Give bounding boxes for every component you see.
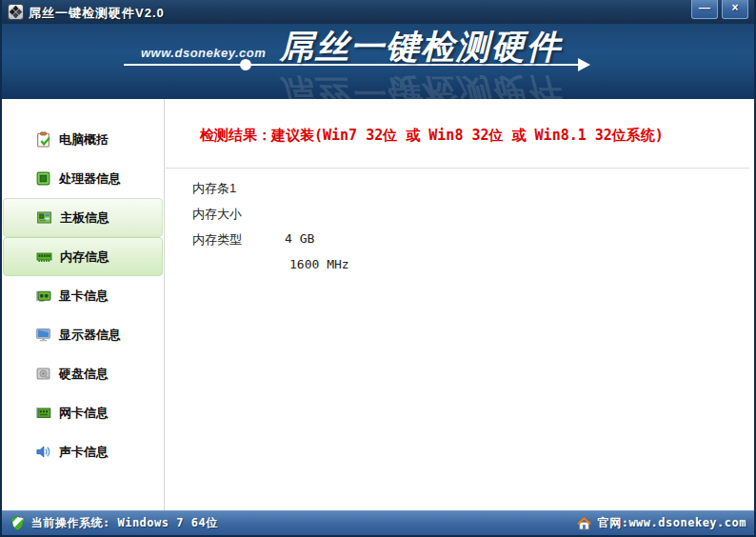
info-row-memory-size: 内存大小 xyxy=(165,206,754,222)
sidebar-item-label: 内存信息 xyxy=(60,249,109,266)
sidebar-item-gpu[interactable]: 显卡信息 xyxy=(3,276,163,315)
sidebar-item-label: 显示器信息 xyxy=(59,327,121,344)
row-label: 内存大小 xyxy=(192,206,242,223)
sidebar-item-sound[interactable]: 声卡信息 xyxy=(3,432,163,471)
status-bar: 当前操作系统: Windows 7 64位 官网:www.dsonekey.co… xyxy=(2,510,754,535)
sidebar-item-label: 显卡信息 xyxy=(59,288,109,305)
banner-dot xyxy=(240,59,251,70)
hdd-icon xyxy=(35,366,51,382)
sidebar-item-memory[interactable]: 内存信息 xyxy=(3,237,163,276)
home-icon xyxy=(576,515,592,531)
motherboard-icon xyxy=(36,209,52,226)
minimize-button[interactable]: — xyxy=(691,0,718,19)
main-panel: 检测结果：建议装(Win7 32位 或 Win8 32位 或 Win8.1 32… xyxy=(165,99,754,510)
sidebar-item-cpu[interactable]: 处理器信息 xyxy=(3,159,163,198)
clipboard-check-icon xyxy=(35,131,51,148)
sidebar-item-hdd[interactable]: 硬盘信息 xyxy=(3,354,163,393)
speaker-icon xyxy=(35,444,51,460)
detection-result: 检测结果：建议装(Win7 32位 或 Win8 32位 或 Win8.1 32… xyxy=(200,127,664,145)
close-button[interactable]: × xyxy=(722,0,748,19)
banner-headline-reflection: 屌丝一键检测硬件 xyxy=(280,69,562,99)
sidebar-item-label: 硬盘信息 xyxy=(59,366,109,383)
content-divider xyxy=(166,168,749,169)
info-row-memory-type: 内存类型 4 GB xyxy=(165,231,754,248)
banner-site-url: www.dsonekey.com xyxy=(141,46,266,60)
row-label: 内存类型 xyxy=(192,231,242,249)
sidebar-item-nic[interactable]: 网卡信息 xyxy=(3,393,163,432)
row-label: 内存条1 xyxy=(192,180,236,197)
title-bar[interactable]: 屌丝一键检测硬件V2.0 — × xyxy=(2,0,754,24)
app-logo-icon xyxy=(8,4,24,20)
sidebar-item-label: 声卡信息 xyxy=(59,444,109,461)
gpu-icon xyxy=(35,288,51,304)
sidebar-item-label: 网卡信息 xyxy=(59,405,109,422)
official-site-label: 官网:www.dsonekey.com xyxy=(598,515,746,531)
official-site-link[interactable]: 官网:www.dsonekey.com xyxy=(576,515,746,531)
ram-icon xyxy=(36,249,52,265)
nic-icon xyxy=(35,405,51,421)
banner-headline: 屌丝一键检测硬件 xyxy=(280,25,562,70)
app-window: 屌丝一键检测硬件V2.0 — × www.dsonekey.com 屌丝一键检测… xyxy=(0,0,756,537)
shield-icon xyxy=(10,515,26,531)
monitor-icon xyxy=(35,327,51,343)
banner-arrowhead-icon xyxy=(578,58,590,71)
sidebar-item-label: 电脑概括 xyxy=(59,131,109,149)
sidebar-item-motherboard[interactable]: 主板信息 xyxy=(3,198,163,237)
sidebar-item-label: 主板信息 xyxy=(60,209,109,227)
sidebar-item-monitor[interactable]: 显示器信息 xyxy=(3,315,163,354)
sidebar-item-label: 处理器信息 xyxy=(59,170,121,188)
window-title: 屌丝一键检测硬件V2.0 xyxy=(29,5,165,22)
current-os-label: 当前操作系统: Windows 7 64位 xyxy=(31,515,218,531)
sidebar-nav: 电脑概括 处理器信息 主板信息 xyxy=(2,99,165,510)
info-row-memory-speed: 1600 MHz xyxy=(165,257,754,273)
info-row-memory-stick: 内存条1 xyxy=(165,180,754,196)
status-os-group: 当前操作系统: Windows 7 64位 xyxy=(10,515,218,531)
header-banner: www.dsonekey.com 屌丝一键检测硬件 屌丝一键检测硬件 xyxy=(2,24,754,99)
sidebar-item-computer-summary[interactable]: 电脑概括 xyxy=(3,120,163,159)
row-value: 1600 MHz xyxy=(289,257,349,271)
cpu-icon xyxy=(35,170,51,187)
row-value: 4 GB xyxy=(285,231,314,246)
